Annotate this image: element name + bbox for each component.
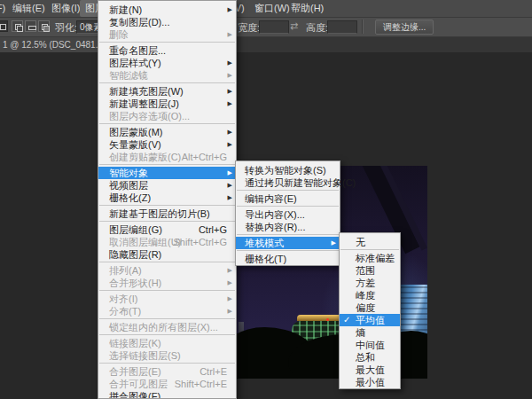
menu-item-layer-content-options: 图层内容选项(O)...: [98, 110, 236, 122]
height-input[interactable]: [327, 20, 357, 34]
menu-item-label: 图层蒙版(M): [109, 127, 163, 137]
menu-item-label: 新建填充图层(W): [109, 86, 184, 97]
add-to-selection-icon[interactable]: [12, 20, 23, 32]
menu-item-standard-deviation[interactable]: 标准偏差: [340, 252, 400, 264]
menu-separator: [340, 249, 399, 250]
menu-item-replace-contents[interactable]: 替换内容(R)...: [236, 221, 340, 233]
menu-item-label: 图层样式(Y): [109, 58, 161, 68]
submenu-arrow-icon: ▶: [228, 179, 232, 192]
menu-item-merge-visible: 合并可见图层Shift+Ctrl+E: [98, 378, 236, 390]
menu-item-video-layers[interactable]: 视频图层▶: [98, 179, 236, 192]
layer-menu: 新建(N)▶复制图层(D)...删除▶重命名图层...图层样式(Y)▶智能滤镜▶…: [98, 0, 237, 399]
menu-item-layer-mask[interactable]: 图层蒙版(M)▶: [98, 126, 236, 138]
menu-item-maximum[interactable]: 最大值: [340, 364, 400, 376]
menu-item-link-layers: 链接图层(K): [98, 337, 236, 349]
menu-item-label: 合并可见图层: [109, 379, 168, 389]
submenu-arrow-icon: ▶: [228, 167, 232, 179]
menu-separator: [99, 164, 235, 165]
menu-item-rename-layer[interactable]: 重命名图层...: [98, 44, 236, 57]
menu-item-label: 智能滤镜: [109, 70, 148, 81]
menu-item-label: 峰度: [356, 290, 375, 301]
menu-item-new-adjustment-layer[interactable]: 新建调整图层(J)▶: [98, 98, 236, 110]
menu-separator: [237, 190, 339, 191]
menu-item-label: 导出内容(X)...: [245, 209, 305, 220]
menu-item-stack-mode[interactable]: 堆栈模式▶: [236, 237, 340, 249]
photoshop-window: 文件(F) 编辑(E) 图像(I) 图层(L) 视图(V) 窗口(W) 帮助(H…: [0, 0, 532, 399]
menu-item-label: 对齐(I): [109, 293, 137, 304]
options-bar: 羽化: 0像素 宽度: ⇄ 高度: 调整边缘...: [0, 18, 532, 37]
menu-item-duplicate-layer[interactable]: 复制图层(D)...: [98, 16, 236, 28]
menu-item-new-fill-layer[interactable]: 新建填充图层(W)▶: [98, 85, 236, 98]
width-label: 宽度:: [238, 21, 260, 35]
menu-item-rasterize[interactable]: 栅格化(T): [236, 253, 340, 265]
submenu-arrow-icon: ▶: [228, 126, 232, 138]
menu-item-lock-all-layers-in-group: 锁定组内的所有图层(X)...: [98, 321, 236, 333]
menu-item-skewness[interactable]: 偏度: [340, 301, 400, 314]
menu-separator: [99, 262, 235, 262]
menu-item-label: 新建基于图层的切片(B): [109, 208, 210, 219]
submenu-arrow-icon: ▶: [228, 57, 232, 69]
red-signal-light: [326, 318, 329, 321]
menu-item-label: 锁定组内的所有图层(X)...: [109, 322, 218, 332]
new-selection-icon[interactable]: [0, 20, 8, 32]
intersect-selections-icon[interactable]: [38, 20, 50, 32]
menu-item-smart-objects[interactable]: 智能对象▶: [98, 167, 236, 179]
menubar-item-help[interactable]: 帮助(H): [286, 0, 329, 17]
smart-object-submenu: 转换为智能对象(S)通过拷贝新建智能对象(C)编辑内容(E)导出内容(X)...…: [235, 160, 340, 266]
menu-item-edit-contents[interactable]: 编辑内容(E): [236, 192, 340, 205]
menu-item-label: 选择链接图层(S): [109, 350, 181, 361]
menu-item-vector-mask[interactable]: 矢量蒙版(V)▶: [98, 138, 236, 151]
menu-item-ungroup-layers: 取消图层编组(U)Shift+Ctrl+G: [98, 236, 236, 248]
menu-item-distribute: 分布(T)▶: [98, 305, 236, 317]
swap-width-height-icon[interactable]: ⇄: [290, 20, 298, 32]
menu-item-label: 新建(N): [109, 4, 142, 15]
menu-item-rasterize[interactable]: 栅格化(Z)▶: [98, 192, 236, 204]
menu-separator: [237, 206, 339, 207]
menu-item-group-layers[interactable]: 图层编组(G)Ctrl+G: [98, 223, 236, 236]
menu-item-mean[interactable]: ✓平均值: [340, 314, 400, 326]
subtract-from-selection-icon[interactable]: [25, 20, 36, 32]
refine-edge-button[interactable]: 调整边缘...: [375, 20, 434, 35]
menu-item-label: 偏度: [356, 302, 375, 313]
menu-item-convert-to-smart-object[interactable]: 转换为智能对象(S): [236, 164, 340, 176]
menu-separator: [99, 334, 235, 335]
menu-item-label: 创建剪贴蒙版(C): [109, 152, 181, 162]
shortcut-label: Shift+Ctrl+G: [173, 236, 227, 248]
options-divider: [362, 20, 364, 34]
menu-item-new-layer-based-slice[interactable]: 新建基于图层的切片(B): [98, 207, 236, 220]
menu-item-variance[interactable]: 方差: [340, 277, 400, 289]
menu-separator: [99, 205, 235, 206]
menu-item-new-layer[interactable]: 新建(N)▶: [98, 4, 236, 16]
width-input[interactable]: [259, 20, 289, 34]
menu-item-label: 复制图层(D)...: [109, 17, 169, 27]
menu-item-minimum[interactable]: 最小值: [340, 376, 400, 388]
menu-item-new-smart-object-via-copy[interactable]: 通过拷贝新建智能对象(C): [236, 176, 340, 189]
submenu-arrow-icon: ▶: [228, 264, 232, 277]
menu-item-label: 删除: [109, 29, 129, 40]
menu-item-entropy[interactable]: 熵: [340, 326, 400, 339]
menu-item-median[interactable]: 中间值: [340, 339, 400, 351]
menu-item-arrange: 排列(A)▶: [98, 264, 236, 277]
menu-item-kurtosis[interactable]: 峰度: [340, 289, 400, 301]
menu-item-none[interactable]: 无: [340, 236, 400, 248]
menu-item-range[interactable]: 范围: [340, 264, 400, 277]
feather-label: 羽化:: [55, 21, 77, 35]
menu-item-label: 矢量蒙版(V): [109, 139, 161, 150]
menu-item-label: 转换为智能对象(S): [245, 165, 326, 176]
menu-item-sum[interactable]: 总和: [340, 351, 400, 364]
menu-item-layer-style[interactable]: 图层样式(Y)▶: [98, 57, 236, 69]
menu-item-label: 无: [356, 237, 365, 247]
menu-item-hide-layers[interactable]: 隐藏图层(R): [98, 248, 236, 261]
menu-item-label: 合并图层(E): [109, 366, 161, 377]
menu-item-label: 排列(A): [109, 265, 142, 276]
menu-item-label: 替换内容(R)...: [245, 222, 305, 232]
submenu-arrow-icon: ▶: [228, 98, 232, 110]
menu-separator: [99, 290, 235, 291]
menu-item-export-contents[interactable]: 导出内容(X)...: [236, 208, 340, 221]
menu-item-label: 通过拷贝新建智能对象(C): [245, 177, 356, 188]
stack-mode-submenu: 无标准偏差范围方差峰度偏度✓平均值熵中间值总和最大值最小值: [339, 232, 401, 389]
menu-item-flatten-image[interactable]: 拼合图像(F): [98, 390, 236, 399]
menubar-item-edit[interactable]: 编辑(E): [7, 0, 51, 17]
document-tab-bar: 1 @ 12.5% (DSC_0481.JPG, RGB: [0, 37, 532, 52]
menu-separator: [99, 221, 235, 222]
